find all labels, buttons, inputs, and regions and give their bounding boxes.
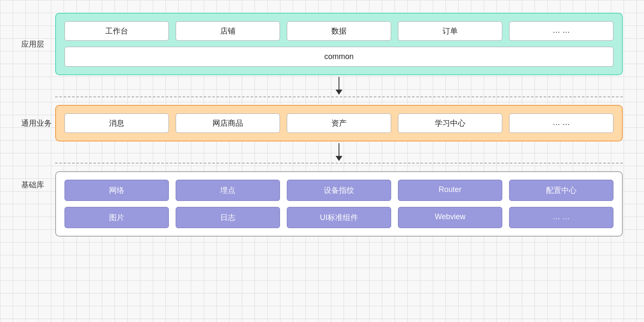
app-layer-box: 工作台 店铺 数据 订单 … … common	[55, 13, 623, 75]
foundation-module-7: UI标准组件	[287, 207, 391, 228]
arrow-head-2	[336, 156, 342, 161]
arrow-2	[336, 143, 342, 161]
biz-modules-row: 消息 网店商品 资产 学习中心 … …	[64, 113, 613, 133]
dashed-line-2	[55, 163, 623, 164]
foundation-layer-row: 基础库 网络 埋点 设备指纹 Router 配置中心 图片 日志 UI标准组件 …	[21, 171, 623, 237]
app-modules-row: 工作台 店铺 数据 订单 … …	[64, 21, 613, 41]
app-layer-label: 应用层	[21, 39, 55, 49]
foundation-module-6: 日志	[176, 207, 280, 228]
foundation-module-0: 网络	[64, 180, 169, 201]
foundation-rows: 网络 埋点 设备指纹 Router 配置中心 图片 日志 UI标准组件 Webv…	[64, 180, 613, 228]
arrow-2-wrapper	[21, 141, 623, 163]
app-module-2: 数据	[287, 21, 391, 41]
arrow-1-wrapper	[21, 75, 623, 96]
biz-module-4: … …	[509, 113, 613, 133]
foundation-layer-box: 网络 埋点 设备指纹 Router 配置中心 图片 日志 UI标准组件 Webv…	[55, 171, 623, 237]
foundation-row-1: 网络 埋点 设备指纹 Router 配置中心	[64, 180, 613, 201]
app-module-3: 订单	[398, 21, 502, 41]
biz-layer-row: 通用业务 消息 网店商品 资产 学习中心 … …	[21, 105, 623, 141]
foundation-module-5: 图片	[64, 207, 169, 228]
biz-module-2: 资产	[287, 113, 391, 133]
arrow-line-1	[339, 77, 339, 90]
app-module-1: 店铺	[176, 21, 280, 41]
foundation-module-3: Router	[398, 180, 502, 201]
foundation-module-9: … …	[509, 207, 613, 228]
foundation-module-1: 埋点	[176, 180, 280, 201]
arrow-line-2	[339, 143, 339, 156]
foundation-module-2: 设备指纹	[287, 180, 391, 201]
biz-module-0: 消息	[64, 113, 169, 133]
biz-module-1: 网店商品	[176, 113, 280, 133]
diagram-container: 应用层 工作台 店铺 数据 订单 … … common 通用业务	[0, 0, 644, 322]
biz-module-3: 学习中心	[398, 113, 502, 133]
common-bar: common	[64, 47, 613, 67]
app-module-0: 工作台	[64, 21, 169, 41]
foundation-module-4: 配置中心	[509, 180, 613, 201]
biz-layer-label: 通用业务	[21, 118, 55, 128]
dashed-line-1	[55, 96, 623, 97]
foundation-layer-label: 基础库	[21, 180, 55, 190]
app-module-4: … …	[509, 21, 613, 41]
foundation-row-2: 图片 日志 UI标准组件 Webview … …	[64, 207, 613, 228]
arrow-head-1	[336, 90, 342, 95]
app-layer-row: 应用层 工作台 店铺 数据 订单 … … common	[21, 13, 623, 75]
arrow-1	[336, 77, 342, 95]
foundation-module-8: Webview	[398, 207, 502, 228]
biz-layer-box: 消息 网店商品 资产 学习中心 … …	[55, 105, 623, 141]
